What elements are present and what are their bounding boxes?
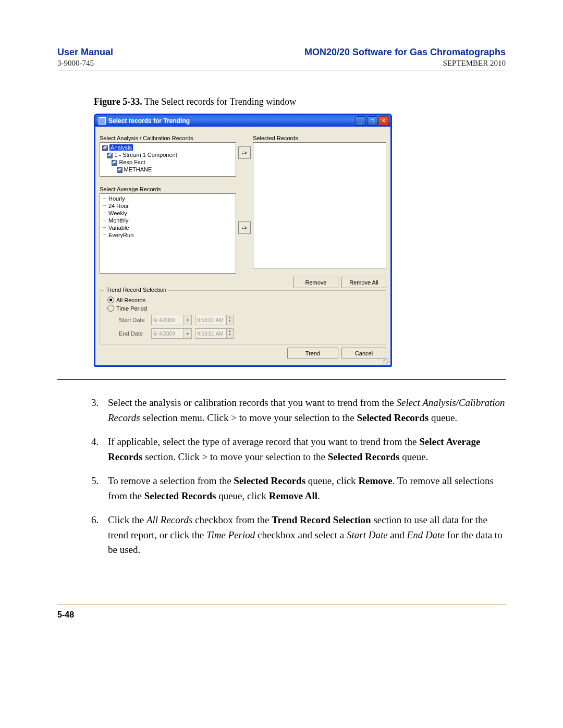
window-app-icon [99, 117, 106, 125]
tree-item[interactable]: Resp Fact [119, 159, 145, 165]
select-average-label: Select Average Records [100, 186, 236, 192]
page-number: 5-48 [57, 610, 506, 620]
end-date-label: End Date [119, 330, 148, 337]
close-button[interactable]: × [378, 116, 389, 126]
selected-records-label: Selected Records [253, 135, 386, 141]
time-period-radio[interactable] [107, 305, 114, 312]
figure-text: The Select records for Trending window [144, 96, 296, 107]
instruction-step: 5. To remove a selection from the Select… [91, 474, 506, 503]
start-date-label: Start Date [119, 317, 148, 323]
tree-item[interactable]: 1 - Stream 1 Component [114, 152, 177, 158]
selected-records-list[interactable] [253, 142, 386, 268]
instruction-step: 6. Click the All Records checkbox from t… [91, 513, 506, 558]
trend-button[interactable]: Trend [287, 348, 338, 359]
list-item[interactable]: EveryRun [108, 231, 234, 239]
trend-record-group: Trend Record Selection All Records Time … [100, 290, 386, 344]
doc-date: SEPTEMBER 2010 [443, 59, 506, 68]
list-item[interactable]: 24 Hour [108, 202, 234, 209]
doc-number: 3-9000-745 [57, 59, 94, 68]
time-period-label: Time Period [116, 305, 147, 312]
list-item[interactable]: Variable [108, 224, 234, 231]
cancel-button[interactable]: Cancel [341, 348, 386, 359]
start-time-spinner[interactable]: 9:53:01 AM▴▾ [195, 315, 234, 325]
minimize-button[interactable]: _ [356, 116, 366, 126]
group-legend: Trend Record Selection [104, 287, 168, 293]
list-item[interactable]: Hourly [108, 195, 234, 202]
average-list[interactable]: Hourly 24 Hour Weekly Monthly Variable E… [100, 193, 236, 274]
all-records-label: All Records [116, 297, 145, 303]
resize-grip-icon[interactable] [383, 358, 389, 364]
instruction-step: 3. Select the analysis or calibration re… [91, 396, 506, 425]
remove-all-button[interactable]: Remove All [341, 277, 386, 288]
select-analysis-label: Select Analysis / Calibration Records [100, 135, 236, 141]
tree-root[interactable]: Analysis [109, 144, 133, 151]
analysis-tree[interactable]: Analysis 1 - Stream 1 Component Resp Fac… [100, 142, 236, 177]
figure-caption: Figure 5-33. The Select records for Tren… [94, 96, 506, 107]
move-right-button-1[interactable]: -> [238, 146, 251, 159]
header-left: User Manual [57, 47, 113, 58]
checkbox-icon[interactable] [102, 145, 108, 151]
move-right-button-2[interactable]: -> [238, 221, 251, 234]
screenshot-window: Select records for Trending _ □ × Select… [94, 114, 392, 367]
window-titlebar[interactable]: Select records for Trending _ □ × [95, 115, 390, 127]
checkbox-icon[interactable] [112, 160, 117, 166]
list-item[interactable]: Weekly [108, 209, 234, 217]
list-item[interactable]: Monthly [108, 217, 234, 224]
tree-item[interactable]: METHANE [124, 166, 152, 172]
footer-rule [57, 604, 506, 605]
header-right: MON20/20 Software for Gas Chromatographs [304, 47, 506, 58]
end-time-spinner[interactable]: 9:53:01 AM▴▾ [195, 328, 234, 339]
start-date-picker[interactable]: 6/ 4/2009▾ [151, 315, 192, 325]
all-records-radio[interactable] [107, 297, 114, 303]
end-date-picker[interactable]: 6/ 4/2009▾ [151, 328, 192, 339]
chevron-down-icon[interactable]: ▾ [183, 315, 191, 325]
instructions: 3. Select the analysis or calibration re… [91, 396, 506, 558]
window-title: Select records for Trending [108, 117, 190, 125]
maximize-button[interactable]: □ [367, 116, 377, 126]
chevron-down-icon[interactable]: ▾ [183, 329, 191, 338]
header-rule [57, 70, 506, 70]
figure-rule [57, 379, 506, 380]
checkbox-icon[interactable] [107, 153, 113, 158]
instruction-step: 4. If applicable, select the type of ave… [91, 435, 506, 464]
remove-button[interactable]: Remove [293, 277, 338, 288]
figure-label: Figure 5-33. [94, 96, 142, 107]
checkbox-icon[interactable] [117, 167, 123, 173]
